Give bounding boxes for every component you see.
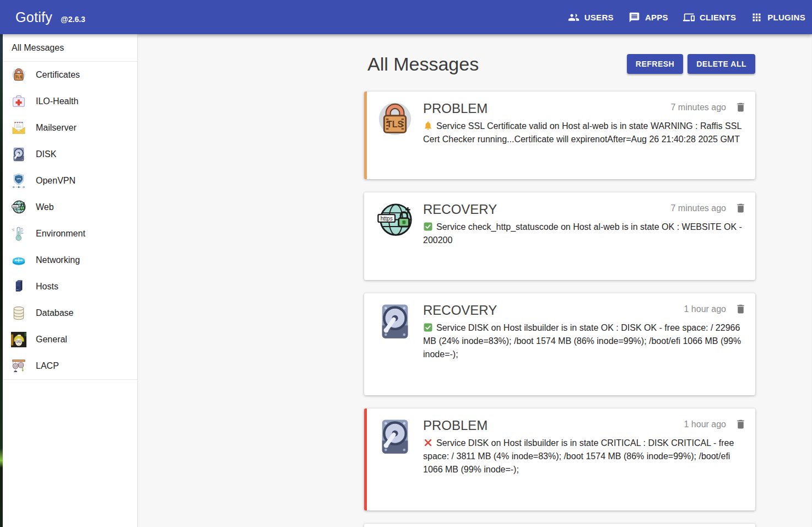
envelope-icon <box>11 120 26 136</box>
main-header: All Messages REFRESH DELETE ALL <box>364 50 755 78</box>
message-text: Service check_http_statuscode on Host al… <box>423 222 742 245</box>
nav-clients[interactable]: CLIENTS <box>683 12 736 23</box>
message-timestamp: 7 minutes ago <box>670 203 726 213</box>
cross-icon <box>423 438 433 448</box>
delete-message-button[interactable] <box>735 418 746 430</box>
apps-grid-icon <box>751 12 762 23</box>
message-timestamp: 1 hour ago <box>684 420 726 429</box>
hard-disk-icon <box>376 302 414 386</box>
sidebar-item-ilo-health[interactable]: ILO-Health <box>3 88 137 115</box>
message-card-2: RECOVERY 7 minutes ago Service check_htt… <box>364 192 755 280</box>
message-text: Service SSL Certificate valid on Host al… <box>423 121 741 144</box>
sidebar-item-environment[interactable]: Environment <box>3 221 137 247</box>
message-text: Service DISK on Host ilsbuilder is in st… <box>423 323 741 359</box>
devices-icon <box>683 12 695 23</box>
sidebar-item-certificates[interactable]: Certificates <box>3 62 137 88</box>
nav-plugins[interactable]: PLUGINS <box>751 12 805 23</box>
trash-icon <box>735 418 746 430</box>
thermometer-icon <box>11 226 26 241</box>
chat-icon <box>629 12 640 23</box>
message-card-partial <box>364 524 755 527</box>
https-globe-icon <box>11 200 26 215</box>
hard-disk-icon <box>376 417 414 502</box>
message-timestamp: 1 hour ago <box>684 304 726 314</box>
app-list: Certificates ILO-Health Mailserver DISK … <box>3 62 137 379</box>
message-title: RECOVERY <box>423 302 497 319</box>
sidebar-item-general[interactable]: General <box>3 326 137 353</box>
hard-disk-icon <box>11 147 26 162</box>
app-title: Gotify <box>15 9 52 25</box>
message-title: PROBLEM <box>423 417 488 434</box>
nav-users[interactable]: USERS <box>568 12 614 23</box>
router-icon <box>11 252 26 268</box>
message-title: PROBLEM <box>423 100 488 117</box>
trash-icon <box>735 303 746 315</box>
message-card-4: PROBLEM 1 hour ago Service DISK on Host … <box>364 408 755 510</box>
tls-lock-icon <box>11 67 26 83</box>
server-tower-icon <box>11 279 26 294</box>
sidebar-item-openvpn[interactable]: OpenVPN <box>3 168 137 194</box>
sidebar-item-mailserver[interactable]: Mailserver <box>3 115 137 141</box>
users-icon <box>568 12 580 23</box>
trash-icon <box>735 101 746 113</box>
navbar-menu: USERS APPS CLIENTS PLUGINS <box>568 12 805 23</box>
tls-lock-icon <box>376 100 414 170</box>
sidebar-item-all-messages[interactable]: All Messages <box>3 34 137 62</box>
sidebar-item-database[interactable]: Database <box>3 300 137 326</box>
sidebar-item-networking[interactable]: Networking <box>3 247 137 273</box>
message-timestamp: 7 minutes ago <box>670 103 726 112</box>
delete-all-button[interactable]: DELETE ALL <box>688 54 755 74</box>
message-title: RECOVERY <box>423 201 497 218</box>
sidebar-item-hosts[interactable]: Hosts <box>3 273 137 300</box>
message-card-1: PROBLEM 7 minutes ago Service SSL Certif… <box>364 92 755 179</box>
bell-icon <box>423 121 433 131</box>
first-aid-kit-icon <box>11 94 26 109</box>
message-text: Service DISK on Host ilsbuilder is in st… <box>423 438 734 474</box>
delete-message-button[interactable] <box>735 303 746 315</box>
header-actions: REFRESH DELETE ALL <box>627 54 755 74</box>
sidebar-divider <box>3 379 137 380</box>
avatar-icon <box>11 332 26 347</box>
sidebar-item-web[interactable]: Web <box>3 194 137 221</box>
trash-icon <box>735 202 746 214</box>
delete-message-button[interactable] <box>735 202 746 214</box>
sidebar-item-lacp[interactable]: LACP <box>3 353 137 379</box>
brand: Gotify @2.6.3 <box>15 9 85 25</box>
sidebar: All Messages Certificates ILO-Health Mai… <box>3 34 138 527</box>
https-globe-icon <box>376 201 414 271</box>
page-title: All Messages <box>367 53 479 75</box>
pulley-icon <box>11 358 26 374</box>
app-version: @2.6.3 <box>61 15 85 24</box>
nav-apps[interactable]: APPS <box>629 12 668 23</box>
message-card-3: RECOVERY 1 hour ago Service DISK on Host… <box>364 293 755 395</box>
delete-message-button[interactable] <box>735 101 746 113</box>
sidebar-item-disk[interactable]: DISK <box>3 141 137 168</box>
top-navbar: Gotify @2.6.3 USERS APPS CLIENTS PLUGINS <box>0 0 812 34</box>
vpn-shield-icon <box>11 173 26 189</box>
main-content: All Messages REFRESH DELETE ALL PROBLEM … <box>138 34 812 527</box>
check-icon <box>423 222 433 232</box>
refresh-button[interactable]: REFRESH <box>627 54 683 74</box>
database-icon <box>11 305 26 321</box>
check-icon <box>423 322 433 332</box>
